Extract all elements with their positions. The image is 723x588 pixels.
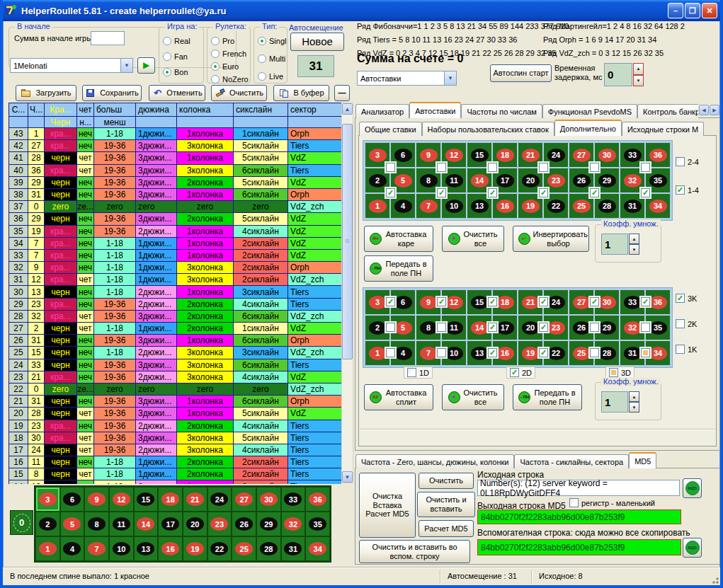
board-cell-21[interactable]: 21 (183, 488, 207, 511)
side-checkbox-2-4[interactable]: 2-4 (676, 157, 699, 166)
split-checkbox-r1-4[interactable] (590, 323, 599, 332)
radio-option-fan[interactable]: Fan (163, 52, 188, 61)
tab-scroll-right-icon[interactable]: ▶ (710, 105, 719, 115)
board-cell-31[interactable]: 31 (620, 194, 644, 218)
spinner-down-icon[interactable]: ▼ (629, 402, 639, 413)
history-table-body[interactable]: 431кра...неч1-181дюжи...1колонка1сиклайн… (8, 128, 341, 484)
board-cell-1[interactable]: 1 (36, 537, 59, 560)
board-cell-1[interactable]: 1 (365, 194, 389, 218)
table-row[interactable]: 3831черннеч19-363дюжи...1колонка6сиклайн… (9, 189, 341, 201)
board-cell-18[interactable]: 18 (159, 488, 182, 511)
split-checkbox-r2-5[interactable] (641, 348, 650, 357)
preset-combobox[interactable]: 1Melonati ▼ (10, 58, 133, 73)
radio-icon[interactable] (211, 75, 220, 83)
corner-checkbox-top-3[interactable] (539, 163, 548, 172)
radio-icon[interactable] (211, 50, 220, 58)
tab-freq-2[interactable]: MD5 (629, 452, 656, 468)
board-cell-36[interactable]: 36 (306, 488, 329, 511)
md5-source-input[interactable]: Number(s): (12) server keyword = 0L18RpD… (477, 480, 680, 496)
split-checkbox-r0-1[interactable]: ✓ (437, 297, 446, 306)
board-cell-25[interactable]: 25 (232, 537, 256, 560)
board-cell-25[interactable]: 25 (569, 194, 593, 218)
coeff-spinner-2[interactable]: 1 ▲ ▼ (601, 391, 639, 413)
board-cell-10[interactable]: 10 (110, 537, 133, 560)
board-cell-34[interactable]: 34 (646, 194, 670, 218)
table-row[interactable]: 2515черннеч1-182дюжи...3колонка3сиклайнV… (9, 347, 341, 359)
spinner-up-icon[interactable]: ▲ (633, 63, 644, 75)
table-row[interactable]: 370zeroze...zerozerozerozeroVdZ_zch (9, 201, 341, 213)
toolbar-button-2[interactable]: ↶Отменить (149, 85, 205, 101)
radio-icon[interactable] (163, 37, 171, 45)
radio-icon[interactable] (258, 72, 266, 81)
table-row[interactable]: 3519кра...неч19-362дюжи...1колонка4сикла… (9, 226, 341, 238)
board-cell-14[interactable]: 14 (135, 512, 158, 536)
toolbar-button-5[interactable]: — (334, 85, 350, 101)
radio-option-euro[interactable]: Euro (211, 62, 239, 71)
clear-all-button-1[interactable]: ✶ Очистить все (442, 226, 504, 252)
board-zero-cell[interactable]: 0 (10, 510, 33, 535)
autobets-combobox[interactable]: Автоставки ▼ (357, 71, 457, 86)
board-cell-5[interactable]: 5 (61, 512, 84, 536)
tab-sub-0[interactable]: Общие ставки (359, 122, 422, 136)
radio-icon[interactable] (163, 68, 171, 76)
split-checkbox-r0-4[interactable]: ✓ (590, 297, 599, 306)
autobet-split-button[interactable]: А2 Автоставка сплит (364, 384, 433, 410)
checkbox[interactable] (676, 345, 685, 354)
board-cell-16[interactable]: 16 (493, 194, 517, 218)
autobet-kare-button[interactable]: АЧ Автоставка каре (364, 226, 433, 252)
corner-checkbox-bottom-4[interactable]: ✓ (590, 188, 599, 197)
board-cell-20[interactable]: 20 (183, 512, 207, 536)
board-cell-7[interactable]: 7 (85, 537, 108, 560)
md5-clear-paste-aux-button[interactable]: Очистить и вставить во вспом. строку (359, 540, 470, 563)
md5-clear-paste-button[interactable]: Очистить и вставить (417, 492, 475, 517)
table-row[interactable]: 1830кра...чет19-363дюжи...3колонка5сикла… (9, 432, 341, 444)
corner-checkbox-bottom-0[interactable]: ✓ (386, 188, 395, 197)
coeff-value-2[interactable]: 1 (601, 391, 628, 413)
radio-option-live[interactable]: Live (258, 72, 283, 81)
side-checkbox-1K[interactable]: 1K (676, 345, 697, 354)
md5-aux-run-button[interactable]: МД5 (683, 538, 702, 558)
table-row[interactable]: 3629черннеч19-363дюжи...2колонка5сиклайн… (9, 213, 341, 225)
resize-grip[interactable] (710, 575, 719, 584)
tab-freq-1[interactable]: Частота - сиклайны, сектора (514, 454, 629, 468)
board-cell-6[interactable]: 6 (61, 488, 84, 511)
tab-scroll-left-icon[interactable]: ◀ (699, 105, 709, 115)
transfer-pn-button-2[interactable]: →ПН Передать в поле ПН (513, 384, 582, 410)
board-cell-22[interactable]: 22 (544, 194, 568, 218)
chevron-down-icon[interactable]: ▼ (120, 59, 132, 72)
board-cell-35[interactable]: 35 (306, 512, 329, 536)
board-cell-10[interactable]: 10 (442, 194, 466, 218)
board-cell-2[interactable]: 2 (36, 512, 59, 536)
board-cell-13[interactable]: 13 (135, 537, 158, 560)
clear-all-button-2[interactable]: ✶ Очистить все (442, 384, 504, 410)
board-cell-30[interactable]: 30 (257, 488, 280, 511)
radio-option-nozero[interactable]: NoZero (211, 75, 249, 83)
table-row[interactable]: 2631черннеч19-363дюжи...1колонка6сиклайн… (9, 335, 341, 347)
toolbar-button-4[interactable]: В буфер (273, 85, 329, 101)
table-row[interactable]: 431кра...неч1-181дюжи...1колонка1сиклайн… (9, 128, 341, 140)
radio-option-pro[interactable]: Pro (211, 37, 234, 45)
tab-main-0[interactable]: Анализатор (355, 104, 409, 118)
close-button[interactable]: ✕ (702, 3, 717, 18)
toolbar-button-1[interactable]: Сохранить (82, 85, 142, 101)
board-cell-22[interactable]: 22 (208, 537, 232, 560)
board-cell-29[interactable]: 29 (257, 512, 280, 536)
split-checkbox-r1-2[interactable]: ✓ (488, 323, 497, 332)
table-row[interactable]: 2923кра...неч19-362дюжи...2колонка4сикла… (9, 299, 341, 311)
checkbox[interactable]: ✓ (510, 368, 519, 377)
dozen-checkbox-1D[interactable]: 1D (404, 367, 433, 379)
toolbar-button-3[interactable]: Очистить (211, 85, 267, 101)
spinner-down-icon[interactable]: ▼ (633, 75, 644, 87)
table-row[interactable]: 4128чернчет19-363дюжи...1колонка5сиклайн… (9, 152, 341, 164)
md5-case-checkbox[interactable]: регистр - маленький (569, 498, 655, 507)
checkbox[interactable] (407, 368, 416, 377)
md5-output-field[interactable]: 84bb0270f2f2283abb96d00e87b253f9 (477, 509, 681, 524)
board-cell-11[interactable]: 11 (110, 512, 133, 536)
radio-option-multi[interactable]: Multi (258, 54, 285, 63)
tab-sub-3[interactable]: Исходные строки М (622, 122, 704, 136)
split-checkbox-r2-1[interactable] (437, 348, 446, 357)
board-cell-31[interactable]: 31 (282, 537, 305, 560)
board-cell-34[interactable]: 34 (306, 537, 329, 560)
split-checkbox-r2-4[interactable] (590, 348, 599, 357)
corner-checkbox-top-1[interactable] (437, 163, 446, 172)
